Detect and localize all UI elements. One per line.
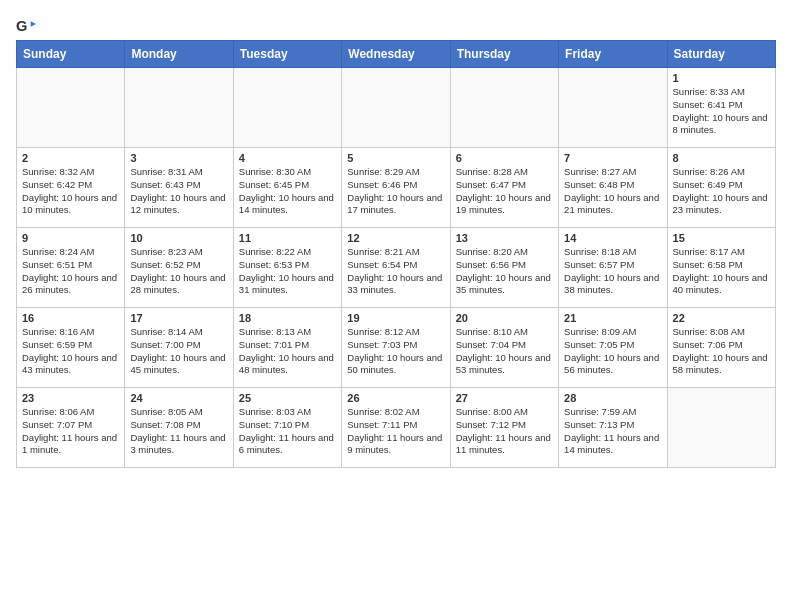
day-number: 27: [456, 392, 553, 404]
day-info: Sunrise: 8:23 AM Sunset: 6:52 PM Dayligh…: [130, 246, 227, 297]
day-info: Sunrise: 8:09 AM Sunset: 7:05 PM Dayligh…: [564, 326, 661, 377]
day-info: Sunrise: 8:10 AM Sunset: 7:04 PM Dayligh…: [456, 326, 553, 377]
day-cell: 11Sunrise: 8:22 AM Sunset: 6:53 PM Dayli…: [233, 228, 341, 308]
day-number: 7: [564, 152, 661, 164]
day-cell: 10Sunrise: 8:23 AM Sunset: 6:52 PM Dayli…: [125, 228, 233, 308]
day-cell: 2Sunrise: 8:32 AM Sunset: 6:42 PM Daylig…: [17, 148, 125, 228]
day-cell: 24Sunrise: 8:05 AM Sunset: 7:08 PM Dayli…: [125, 388, 233, 468]
day-info: Sunrise: 8:31 AM Sunset: 6:43 PM Dayligh…: [130, 166, 227, 217]
day-cell: [17, 68, 125, 148]
day-info: Sunrise: 8:32 AM Sunset: 6:42 PM Dayligh…: [22, 166, 119, 217]
weekday-header-saturday: Saturday: [667, 41, 775, 68]
day-number: 13: [456, 232, 553, 244]
day-cell: 26Sunrise: 8:02 AM Sunset: 7:11 PM Dayli…: [342, 388, 450, 468]
header: G: [16, 16, 776, 36]
day-info: Sunrise: 7:59 AM Sunset: 7:13 PM Dayligh…: [564, 406, 661, 457]
day-number: 26: [347, 392, 444, 404]
weekday-header-sunday: Sunday: [17, 41, 125, 68]
day-number: 8: [673, 152, 770, 164]
calendar: SundayMondayTuesdayWednesdayThursdayFrid…: [16, 40, 776, 468]
day-cell: 16Sunrise: 8:16 AM Sunset: 6:59 PM Dayli…: [17, 308, 125, 388]
day-info: Sunrise: 8:28 AM Sunset: 6:47 PM Dayligh…: [456, 166, 553, 217]
day-number: 15: [673, 232, 770, 244]
day-cell: [450, 68, 558, 148]
day-cell: 19Sunrise: 8:12 AM Sunset: 7:03 PM Dayli…: [342, 308, 450, 388]
day-info: Sunrise: 8:03 AM Sunset: 7:10 PM Dayligh…: [239, 406, 336, 457]
day-number: 17: [130, 312, 227, 324]
day-cell: 8Sunrise: 8:26 AM Sunset: 6:49 PM Daylig…: [667, 148, 775, 228]
day-cell: [667, 388, 775, 468]
day-cell: 4Sunrise: 8:30 AM Sunset: 6:45 PM Daylig…: [233, 148, 341, 228]
day-number: 19: [347, 312, 444, 324]
day-cell: 25Sunrise: 8:03 AM Sunset: 7:10 PM Dayli…: [233, 388, 341, 468]
day-number: 1: [673, 72, 770, 84]
day-number: 20: [456, 312, 553, 324]
day-cell: 20Sunrise: 8:10 AM Sunset: 7:04 PM Dayli…: [450, 308, 558, 388]
day-info: Sunrise: 8:30 AM Sunset: 6:45 PM Dayligh…: [239, 166, 336, 217]
day-cell: [233, 68, 341, 148]
day-info: Sunrise: 8:14 AM Sunset: 7:00 PM Dayligh…: [130, 326, 227, 377]
day-info: Sunrise: 8:05 AM Sunset: 7:08 PM Dayligh…: [130, 406, 227, 457]
day-cell: 13Sunrise: 8:20 AM Sunset: 6:56 PM Dayli…: [450, 228, 558, 308]
day-cell: 23Sunrise: 8:06 AM Sunset: 7:07 PM Dayli…: [17, 388, 125, 468]
weekday-header-thursday: Thursday: [450, 41, 558, 68]
day-info: Sunrise: 8:26 AM Sunset: 6:49 PM Dayligh…: [673, 166, 770, 217]
day-info: Sunrise: 8:00 AM Sunset: 7:12 PM Dayligh…: [456, 406, 553, 457]
week-row-5: 23Sunrise: 8:06 AM Sunset: 7:07 PM Dayli…: [17, 388, 776, 468]
day-cell: [125, 68, 233, 148]
day-number: 2: [22, 152, 119, 164]
svg-marker-1: [31, 21, 36, 26]
day-number: 23: [22, 392, 119, 404]
day-cell: 14Sunrise: 8:18 AM Sunset: 6:57 PM Dayli…: [559, 228, 667, 308]
day-info: Sunrise: 8:21 AM Sunset: 6:54 PM Dayligh…: [347, 246, 444, 297]
logo-icon: G: [16, 16, 36, 36]
day-number: 5: [347, 152, 444, 164]
day-cell: 3Sunrise: 8:31 AM Sunset: 6:43 PM Daylig…: [125, 148, 233, 228]
week-row-3: 9Sunrise: 8:24 AM Sunset: 6:51 PM Daylig…: [17, 228, 776, 308]
day-info: Sunrise: 8:22 AM Sunset: 6:53 PM Dayligh…: [239, 246, 336, 297]
day-info: Sunrise: 8:33 AM Sunset: 6:41 PM Dayligh…: [673, 86, 770, 137]
week-row-2: 2Sunrise: 8:32 AM Sunset: 6:42 PM Daylig…: [17, 148, 776, 228]
day-number: 10: [130, 232, 227, 244]
day-info: Sunrise: 8:08 AM Sunset: 7:06 PM Dayligh…: [673, 326, 770, 377]
day-number: 6: [456, 152, 553, 164]
day-info: Sunrise: 8:18 AM Sunset: 6:57 PM Dayligh…: [564, 246, 661, 297]
day-number: 18: [239, 312, 336, 324]
day-number: 3: [130, 152, 227, 164]
day-info: Sunrise: 8:24 AM Sunset: 6:51 PM Dayligh…: [22, 246, 119, 297]
day-cell: 18Sunrise: 8:13 AM Sunset: 7:01 PM Dayli…: [233, 308, 341, 388]
day-number: 22: [673, 312, 770, 324]
day-number: 11: [239, 232, 336, 244]
day-info: Sunrise: 8:27 AM Sunset: 6:48 PM Dayligh…: [564, 166, 661, 217]
day-number: 24: [130, 392, 227, 404]
day-number: 12: [347, 232, 444, 244]
week-row-4: 16Sunrise: 8:16 AM Sunset: 6:59 PM Dayli…: [17, 308, 776, 388]
weekday-header-row: SundayMondayTuesdayWednesdayThursdayFrid…: [17, 41, 776, 68]
day-cell: 21Sunrise: 8:09 AM Sunset: 7:05 PM Dayli…: [559, 308, 667, 388]
day-number: 14: [564, 232, 661, 244]
day-cell: 6Sunrise: 8:28 AM Sunset: 6:47 PM Daylig…: [450, 148, 558, 228]
day-cell: 1Sunrise: 8:33 AM Sunset: 6:41 PM Daylig…: [667, 68, 775, 148]
day-cell: 27Sunrise: 8:00 AM Sunset: 7:12 PM Dayli…: [450, 388, 558, 468]
day-cell: [342, 68, 450, 148]
day-cell: 22Sunrise: 8:08 AM Sunset: 7:06 PM Dayli…: [667, 308, 775, 388]
day-info: Sunrise: 8:16 AM Sunset: 6:59 PM Dayligh…: [22, 326, 119, 377]
week-row-1: 1Sunrise: 8:33 AM Sunset: 6:41 PM Daylig…: [17, 68, 776, 148]
day-cell: [559, 68, 667, 148]
weekday-header-friday: Friday: [559, 41, 667, 68]
day-cell: 28Sunrise: 7:59 AM Sunset: 7:13 PM Dayli…: [559, 388, 667, 468]
day-number: 28: [564, 392, 661, 404]
svg-text:G: G: [16, 18, 27, 34]
day-cell: 9Sunrise: 8:24 AM Sunset: 6:51 PM Daylig…: [17, 228, 125, 308]
day-info: Sunrise: 8:02 AM Sunset: 7:11 PM Dayligh…: [347, 406, 444, 457]
day-number: 9: [22, 232, 119, 244]
day-info: Sunrise: 8:17 AM Sunset: 6:58 PM Dayligh…: [673, 246, 770, 297]
day-cell: 7Sunrise: 8:27 AM Sunset: 6:48 PM Daylig…: [559, 148, 667, 228]
day-cell: 17Sunrise: 8:14 AM Sunset: 7:00 PM Dayli…: [125, 308, 233, 388]
day-cell: 12Sunrise: 8:21 AM Sunset: 6:54 PM Dayli…: [342, 228, 450, 308]
day-number: 25: [239, 392, 336, 404]
day-info: Sunrise: 8:29 AM Sunset: 6:46 PM Dayligh…: [347, 166, 444, 217]
day-info: Sunrise: 8:12 AM Sunset: 7:03 PM Dayligh…: [347, 326, 444, 377]
day-cell: 15Sunrise: 8:17 AM Sunset: 6:58 PM Dayli…: [667, 228, 775, 308]
day-cell: 5Sunrise: 8:29 AM Sunset: 6:46 PM Daylig…: [342, 148, 450, 228]
